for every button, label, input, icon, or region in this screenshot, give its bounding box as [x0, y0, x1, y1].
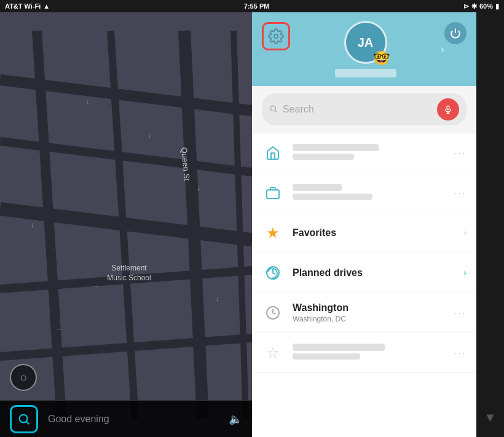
home-icon: [262, 142, 284, 164]
list-item[interactable]: Washington Washington, DC ···: [252, 293, 476, 333]
compass-icon: ○: [20, 371, 27, 385]
map-background: ↓ ↓ ↓ → ↓ ↓ → Queen St Settlement Music …: [0, 12, 252, 437]
home-item-content: [293, 144, 454, 162]
dark-strip: ▼: [476, 12, 504, 437]
scroll-arrow-icon: ▼: [484, 411, 497, 425]
svg-text:↓: ↓: [148, 132, 151, 140]
svg-text:→: →: [92, 281, 100, 291]
svg-rect-26: [447, 106, 449, 109]
list-item[interactable]: ★ Favorites ›: [252, 213, 476, 253]
status-right: ⊳ ✱ 60% ▮: [463, 2, 499, 10]
favorites-chevron-icon: ›: [463, 227, 467, 238]
main-content: ↓ ↓ ↓ → ↓ ↓ → Queen St Settlement Music …: [0, 12, 504, 437]
power-button[interactable]: [444, 22, 467, 44]
map-search-button[interactable]: [10, 405, 38, 433]
work-menu-dots[interactable]: ···: [454, 187, 467, 200]
profile-chevron-icon: ›: [441, 43, 444, 56]
svg-text:↓: ↓: [197, 184, 200, 192]
planned-drives-chevron-icon: ›: [463, 267, 467, 278]
map-panel: ↓ ↓ ↓ → ↓ ↓ → Queen St Settlement Music …: [0, 12, 252, 437]
svg-text:↓: ↓: [215, 294, 219, 303]
recent-menu-dots[interactable]: ···: [454, 347, 467, 360]
carrier-label: AT&T Wi-Fi: [5, 2, 41, 10]
recent-item-content: [293, 344, 454, 362]
washington-icon: [262, 302, 284, 324]
washington-title: Washington: [293, 302, 454, 313]
svg-point-22: [274, 34, 278, 39]
battery-label: 60%: [479, 2, 493, 10]
greeting-text: Good evening: [48, 414, 219, 425]
status-bar: AT&T Wi-Fi ▲ 7:55 PM ⊳ ✱ 60% ▮: [0, 0, 504, 12]
list-item[interactable]: ···: [252, 173, 476, 213]
planned-drives-content: Planned drives: [293, 267, 463, 278]
avatar-initials: JA: [358, 36, 374, 50]
menu-panel: JA 🤓 ›: [252, 12, 476, 437]
svg-point-24: [270, 106, 275, 111]
svg-line-25: [275, 110, 277, 112]
work-title-blurred: [293, 184, 342, 191]
washington-content: Washington Washington, DC: [293, 302, 454, 323]
recent-subtitle-blurred: [293, 353, 360, 360]
favorites-content: Favorites: [293, 227, 463, 238]
svg-text:Settlement: Settlement: [111, 264, 147, 272]
search-bar[interactable]: Search: [262, 93, 467, 125]
avatar-emoji: 🤓: [373, 50, 390, 66]
washington-subtitle: Washington, DC: [293, 315, 454, 323]
profile-name: [335, 69, 396, 77]
planned-drives-icon: [262, 262, 284, 284]
map-bottom-bar: Good evening 🔈: [0, 400, 252, 437]
wifi-icon: ▲: [43, 2, 50, 10]
map-svg: ↓ ↓ ↓ → ↓ ↓ → Queen St Settlement Music …: [0, 12, 252, 437]
home-title-blurred: [293, 144, 379, 151]
svg-point-20: [20, 414, 28, 422]
menu-header: JA 🤓 ›: [252, 12, 476, 86]
profile-section[interactable]: JA 🤓: [290, 21, 441, 77]
svg-text:Music School: Music School: [107, 274, 151, 282]
right-panel: JA 🤓 ›: [252, 12, 504, 437]
recent-title-blurred: [293, 344, 385, 351]
list-item[interactable]: ···: [252, 133, 476, 173]
washington-menu-dots[interactable]: ···: [454, 307, 467, 320]
list-item[interactable]: ☆ ···: [252, 333, 476, 373]
search-section: Search: [252, 86, 476, 133]
menu-list: ··· ···: [252, 133, 476, 437]
work-item-content: [293, 184, 454, 202]
favorites-icon: ★: [262, 222, 284, 244]
recent-icon: ☆: [262, 342, 284, 364]
work-icon: [262, 182, 284, 204]
home-menu-dots[interactable]: ···: [454, 147, 467, 160]
svg-text:↓: ↓: [85, 98, 90, 106]
svg-text:↓: ↓: [30, 221, 34, 229]
svg-text:→: →: [55, 325, 63, 334]
bluetooth-icon: ✱: [471, 2, 477, 10]
map-compass: ○: [10, 364, 37, 391]
planned-drives-title: Planned drives: [293, 267, 463, 278]
mic-button[interactable]: [437, 98, 459, 120]
svg-rect-29: [267, 190, 279, 199]
search-placeholder[interactable]: Search: [283, 104, 432, 115]
settings-button[interactable]: [262, 22, 290, 50]
nav-icon: ⊳: [463, 2, 469, 10]
status-left: AT&T Wi-Fi ▲: [5, 2, 50, 10]
status-time: 7:55 PM: [244, 2, 270, 10]
favorites-title: Favorites: [293, 227, 463, 238]
svg-line-21: [26, 422, 29, 424]
home-subtitle-blurred: [293, 154, 354, 160]
list-item[interactable]: Planned drives ›: [252, 253, 476, 293]
search-icon: [269, 104, 278, 115]
avatar-container: JA 🤓: [344, 21, 387, 64]
work-subtitle-blurred: [293, 194, 372, 200]
speaker-icon[interactable]: 🔈: [229, 412, 242, 426]
battery-icon: ▮: [495, 2, 499, 10]
